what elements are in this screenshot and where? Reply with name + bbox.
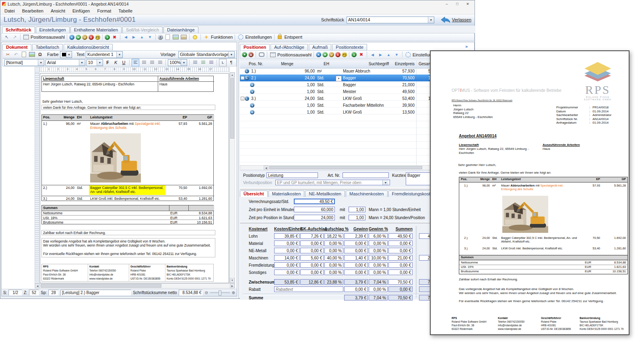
verlassen-button[interactable]: Verlassen <box>452 17 471 22</box>
image-icon[interactable] <box>172 34 179 41</box>
underline-button[interactable]: U <box>120 59 127 66</box>
grid-hscroll-thumb[interactable] <box>269 166 422 169</box>
maximize-button[interactable]: □ <box>452 1 462 7</box>
vorlage-select[interactable]: Globale Standardvorlage▼ <box>178 51 235 58</box>
type-ft-icon[interactable]: FT <box>342 52 347 57</box>
header-einzelpreis[interactable]: Einzelpreis <box>386 62 415 66</box>
zoom-slider[interactable] <box>210 292 230 293</box>
move-right-icon[interactable]: ▶ <box>377 51 384 58</box>
chevron-down-icon[interactable]: ▼ <box>428 17 434 23</box>
move-right-icon[interactable]: ▶ <box>130 34 137 41</box>
rabatt-input[interactable] <box>274 286 343 292</box>
delete-icon[interactable]: ✖ <box>358 51 365 58</box>
entsperrt-button[interactable]: Entsperrt <box>285 35 303 39</box>
scroll-left-icon[interactable]: ◀ <box>35 284 40 288</box>
numbered-list-button[interactable] <box>192 59 198 66</box>
funktionen-button[interactable]: Funktionen <box>211 35 233 39</box>
cut-icon[interactable]: ✂ <box>4 51 11 58</box>
mann-einheit-field[interactable]: 1,00 <box>349 207 365 212</box>
image-export-icon[interactable] <box>180 34 187 41</box>
type-k-icon[interactable]: K <box>316 52 321 57</box>
align-center-button[interactable] <box>140 59 147 66</box>
menu-bearbeiten[interactable]: Bearbeiten <box>22 8 43 13</box>
scroll-down-icon[interactable]: ▼ <box>230 278 235 283</box>
bold-button[interactable]: F <box>104 59 111 66</box>
paste-icon[interactable] <box>21 51 27 58</box>
tab-maschinenkosten[interactable]: Maschinenkosten <box>346 191 388 197</box>
type-s-icon[interactable]: S <box>105 35 110 40</box>
type-u-icon[interactable]: U <box>329 52 334 57</box>
tab-dokument[interactable]: Dokument <box>2 44 31 50</box>
chevron-down-icon[interactable]: ▼ <box>97 60 103 66</box>
tab-schriftstueck[interactable]: Schriftstück <box>2 27 35 33</box>
vscroll-thumb[interactable] <box>230 78 234 139</box>
delete-icon[interactable]: ✖ <box>111 34 118 41</box>
collapse-pane-icon[interactable]: » <box>465 44 468 49</box>
positionsauswahl-button[interactable]: Positionsauswahl <box>277 52 312 57</box>
tab-dateianhaenge[interactable]: Dateianhänge <box>163 27 198 33</box>
move-down-icon[interactable]: ▼ <box>393 51 400 58</box>
textstyle-select[interactable]: Kundentext 1▼ <box>86 51 123 58</box>
chevron-down-icon[interactable]: ▼ <box>66 52 71 58</box>
type-k-icon[interactable]: K <box>69 35 74 40</box>
font-size-select[interactable]: 10▼ <box>87 59 103 66</box>
link-icon[interactable] <box>258 51 265 58</box>
tab-ne-metallkosten[interactable]: NE-Metallkosten <box>305 191 345 197</box>
tab-uebersicht[interactable]: Übersicht <box>240 191 268 197</box>
move-left-icon[interactable]: ◀ <box>369 51 376 58</box>
chevron-down-icon[interactable]: ▼ <box>38 60 44 66</box>
artnr-field[interactable] <box>343 172 389 178</box>
chevron-down-icon[interactable]: ▼ <box>382 180 388 185</box>
bulb-icon[interactable] <box>192 34 198 41</box>
tab-positionen[interactable]: Positionen <box>240 44 270 50</box>
tabstop-button[interactable]: L <box>219 59 227 66</box>
collapse-node-icon[interactable]: - <box>241 97 244 100</box>
einstellungen-button[interactable]: Einstellungen <box>245 35 272 39</box>
zeit-position-field[interactable]: 24,000 <box>294 215 335 220</box>
document-vscrollbar[interactable]: ▲ ▼ <box>229 72 235 283</box>
tab-auf-abschlaege[interactable]: Auf-/Abschläge <box>270 44 308 50</box>
type-m-icon[interactable]: M <box>322 52 328 57</box>
positionstyp-field[interactable]: Leistung <box>266 172 318 178</box>
insert-image-icon[interactable] <box>29 51 35 58</box>
menu-einfuegen[interactable]: Einfügen <box>72 8 90 13</box>
symbol-icon[interactable]: Ω <box>37 51 43 58</box>
close-button[interactable]: ✕ <box>462 1 473 7</box>
remove-position-icon[interactable]: ▲ <box>248 52 254 57</box>
mann-position-field[interactable]: 1,00 <box>349 215 365 220</box>
tab-tabellarisch[interactable]: Tabellarisch <box>32 44 63 50</box>
document-page[interactable]: Liegenschaft Auszuführende Arbeiten Herr… <box>40 73 229 283</box>
chevron-down-icon[interactable]: ▼ <box>116 52 122 58</box>
scroll-left-icon[interactable]: ◀ <box>264 166 268 170</box>
bullet-list-button[interactable] <box>200 59 206 66</box>
move-down-icon[interactable]: ▼ <box>147 34 153 41</box>
tab-positionstexte[interactable]: Positionstexte <box>332 44 367 50</box>
type-u-icon[interactable]: U <box>82 35 87 40</box>
chevron-down-icon[interactable]: ▼ <box>79 60 85 66</box>
font-select[interactable]: Arial▼ <box>45 59 85 66</box>
schriftstueck-select[interactable]: AN14/0014 ▼ <box>347 17 434 23</box>
type-ft-icon[interactable]: FT <box>95 35 100 40</box>
document-hscrollbar[interactable]: ◀ ▶ <box>35 283 235 288</box>
menu-datei[interactable]: Datei <box>4 8 15 13</box>
menu-tabelle[interactable]: Tabelle <box>118 8 132 13</box>
undo-icon[interactable]: ↶ <box>12 51 19 58</box>
zoom-in-icon[interactable]: ⊕ <box>232 290 235 295</box>
align-right-button[interactable] <box>149 59 155 66</box>
type-m-icon[interactable]: M <box>76 35 81 40</box>
hscroll-thumb[interactable] <box>41 284 161 288</box>
type-e-icon[interactable]: E <box>89 35 94 40</box>
type-s-icon[interactable]: S <box>351 52 357 57</box>
move-up-icon[interactable]: ▲ <box>385 51 392 58</box>
paragraph-style-select[interactable]: [Normal]▼ <box>4 59 44 66</box>
preview-window[interactable]: RPS ROLAND PISKE SOFTWARE GMBH OPTIMUS -… <box>430 50 630 335</box>
back-icon[interactable]: ↖ <box>3 34 10 41</box>
color-picker[interactable]: ▼ <box>60 51 72 58</box>
tab-einstellungen[interactable]: Einstellungen <box>36 27 70 33</box>
add-position-icon[interactable]: ▼ <box>242 52 247 57</box>
tab-kalkulationsuebersicht[interactable]: Kalkulationsübersicht <box>64 44 113 50</box>
page-icon[interactable] <box>164 34 171 41</box>
move-up-icon[interactable]: ▲ <box>138 34 145 41</box>
outline-list-button[interactable] <box>208 59 215 66</box>
positionsauswahl-button[interactable]: Positionsauswahl <box>31 35 65 39</box>
